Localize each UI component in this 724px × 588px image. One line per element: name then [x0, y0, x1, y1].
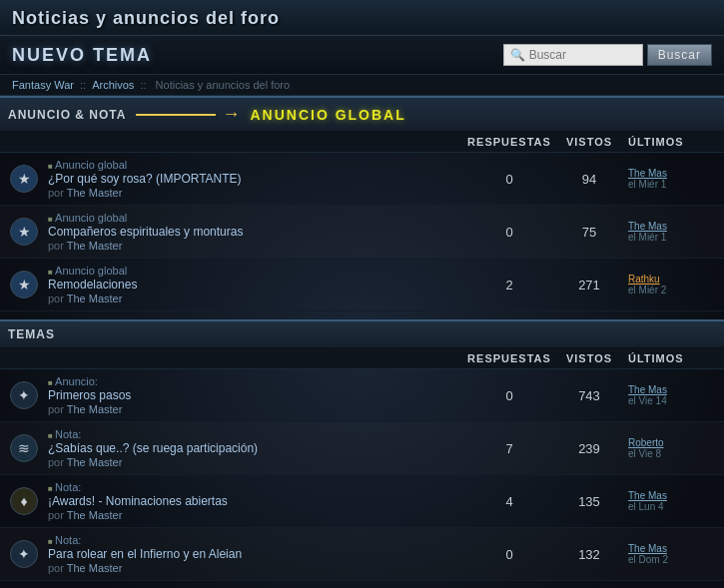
- topic-ultimo: The Masel Vie 14: [624, 384, 724, 406]
- ultimo-date: el Dom 2: [628, 554, 668, 565]
- pin-icon: ■: [48, 537, 55, 546]
- ultimo-author-link[interactable]: The Mas: [628, 543, 667, 554]
- topic-title-link[interactable]: Primeros pasos: [48, 388, 460, 402]
- ultimo-date: el Vie 14: [628, 395, 667, 406]
- search-input[interactable]: [529, 48, 639, 62]
- topic-author-link[interactable]: The Master: [67, 403, 123, 415]
- breadcrumb-sep-2: ::: [140, 79, 149, 91]
- ultimo-date: el Miér 1: [628, 179, 666, 190]
- pin-icon: ■: [48, 378, 55, 387]
- ultimo-date: el Lun 4: [628, 501, 664, 512]
- ultimo-author-link[interactable]: Rathku: [628, 274, 660, 285]
- topic-label: ■ Anuncio global: [48, 265, 460, 277]
- topic-title-link[interactable]: ¡Awards! - Nominaciones abiertas: [48, 494, 460, 508]
- ultimo-author-link[interactable]: The Mas: [628, 490, 667, 501]
- breadcrumb-sep-1: ::: [80, 79, 89, 91]
- temas-col-vistos-header: VISTOS: [554, 352, 624, 364]
- breadcrumb-archivos[interactable]: Archivos: [92, 79, 134, 91]
- search-area: 🔍 Buscar: [503, 44, 712, 66]
- pin-icon: ■: [48, 215, 55, 224]
- topic-meta: por The Master: [48, 562, 460, 574]
- breadcrumb: Fantasy War :: Archivos :: Noticias y an…: [0, 75, 724, 96]
- topic-icon: ★: [6, 218, 42, 246]
- topic-icon: ✦: [6, 381, 42, 409]
- temas-section-title: TEMAS: [8, 327, 55, 341]
- topic-title-link[interactable]: Remodelaciones: [48, 278, 460, 292]
- pin-icon: ■: [48, 431, 55, 440]
- topic-type-label: Anuncio global: [55, 265, 127, 277]
- topic-content: ■ Anuncio globalRemodelacionespor The Ma…: [48, 265, 464, 304]
- anuncio-list: ★■ Anuncio global¿Por qué soy rosa? (IMP…: [0, 153, 724, 311]
- topic-author-link[interactable]: The Master: [67, 456, 123, 468]
- topic-content: ■ Anuncio global¿Por qué soy rosa? (IMPO…: [48, 159, 464, 199]
- topic-author-link[interactable]: The Master: [67, 509, 123, 521]
- topic-vistos: 239: [554, 441, 624, 456]
- topic-icon: ★: [6, 165, 42, 193]
- topic-icon-symbol: ≋: [10, 434, 38, 462]
- topic-respuestas: 7: [464, 441, 554, 456]
- topic-vistos: 743: [554, 388, 624, 403]
- table-row: ★■ Anuncio global¿Por qué soy rosa? (IMP…: [0, 153, 724, 206]
- topic-respuestas: 4: [464, 494, 554, 509]
- table-row: ✦■ Anuncio:Primeros pasospor The Master0…: [0, 369, 724, 422]
- topic-ultimo: The Masel Dom 2: [624, 543, 724, 565]
- page-header: Noticias y anuncios del foro: [0, 0, 724, 36]
- topic-title-link[interactable]: Compañeros espirituales y monturas: [48, 225, 460, 239]
- topic-meta: por The Master: [48, 456, 460, 468]
- buscar-button[interactable]: Buscar: [647, 44, 712, 66]
- topic-type-label: Nota:: [55, 481, 81, 493]
- topic-type-label: Anuncio:: [55, 375, 98, 387]
- anuncio-global-badge: ANUNCIO GLOBAL: [250, 107, 405, 123]
- topic-label: ■ Nota:: [48, 534, 460, 546]
- anuncio-section-title: ANUNCIO & NOTA: [8, 108, 126, 122]
- topic-respuestas: 2: [464, 278, 554, 293]
- topic-type-label: Nota:: [55, 534, 81, 546]
- ultimo-date: el Miér 2: [628, 285, 666, 295]
- topic-author-link[interactable]: The Master: [67, 293, 123, 304]
- nuevo-tema-button[interactable]: NUEVO TEMA: [12, 45, 152, 66]
- ultimo-author-link[interactable]: The Mas: [628, 221, 667, 232]
- topic-title-link[interactable]: Para rolear en el Infierno y en Aleian: [48, 547, 460, 561]
- temas-section-header: TEMAS: [0, 319, 724, 348]
- topic-respuestas: 0: [464, 547, 554, 562]
- col-ultimos-header: ÚLTIMOS: [624, 136, 724, 148]
- topic-content: ■ Nota:¿Sabías que..? (se ruega particip…: [48, 428, 464, 468]
- topic-icon-symbol: ★: [10, 165, 38, 193]
- topic-label: ■ Anuncio global: [48, 212, 460, 224]
- breadcrumb-fantasy-war[interactable]: Fantasy War: [12, 79, 74, 91]
- ultimo-author-link[interactable]: The Mas: [628, 168, 667, 179]
- topic-content: ■ Anuncio globalCompañeros espirituales …: [48, 212, 464, 252]
- ultimo-date: el Miér 1: [628, 232, 666, 243]
- topic-ultimo: The Masel Miér 1: [624, 221, 724, 243]
- topic-icon-symbol: ★: [10, 218, 38, 246]
- topic-meta: por The Master: [48, 293, 460, 304]
- topic-icon: ♦: [6, 487, 42, 515]
- topic-ultimo: Rathkuel Miér 2: [624, 274, 724, 295]
- topic-content: ■ Nota:Para rolear en el Infierno y en A…: [48, 534, 464, 574]
- topic-respuestas: 0: [464, 388, 554, 403]
- topic-meta: por The Master: [48, 509, 460, 521]
- topic-icon-symbol: ♦: [10, 487, 38, 515]
- topic-meta: por The Master: [48, 187, 460, 199]
- topic-icon-symbol: ✦: [10, 540, 38, 568]
- topic-author-link[interactable]: The Master: [67, 187, 123, 199]
- topic-title-link[interactable]: ¿Sabías que..? (se ruega participación): [48, 441, 460, 455]
- breadcrumb-current: Noticias y anuncios del foro: [156, 79, 291, 91]
- ultimo-author-link[interactable]: Roberto: [628, 437, 664, 448]
- pin-icon: ■: [48, 484, 55, 493]
- temas-col-ultimos-header: ÚLTIMOS: [624, 352, 724, 364]
- topic-ultimo: The Masel Miér 1: [624, 168, 724, 190]
- topic-title-link[interactable]: ¿Por qué soy rosa? (IMPORTANTE): [48, 172, 460, 186]
- topic-icon-symbol: ★: [10, 271, 38, 298]
- ultimo-author-link[interactable]: The Mas: [628, 384, 667, 395]
- topic-label: ■ Nota:: [48, 428, 460, 440]
- topic-author-link[interactable]: The Master: [67, 562, 123, 574]
- topic-type-label: Anuncio global: [55, 159, 127, 171]
- topic-author-link[interactable]: The Master: [67, 240, 123, 252]
- col-vistos-header: VISTOS: [554, 136, 624, 148]
- table-row: ♦■ Nota:¡Awards! - Nominaciones abiertas…: [0, 475, 724, 528]
- table-row: ★■ Anuncio globalRemodelacionespor The M…: [0, 259, 724, 311]
- topic-icon: ★: [6, 271, 42, 298]
- temas-list: ✦■ Anuncio:Primeros pasospor The Master0…: [0, 369, 724, 588]
- table-row: ✦■ Nota:Para rolear en el Infierno y en …: [0, 528, 724, 581]
